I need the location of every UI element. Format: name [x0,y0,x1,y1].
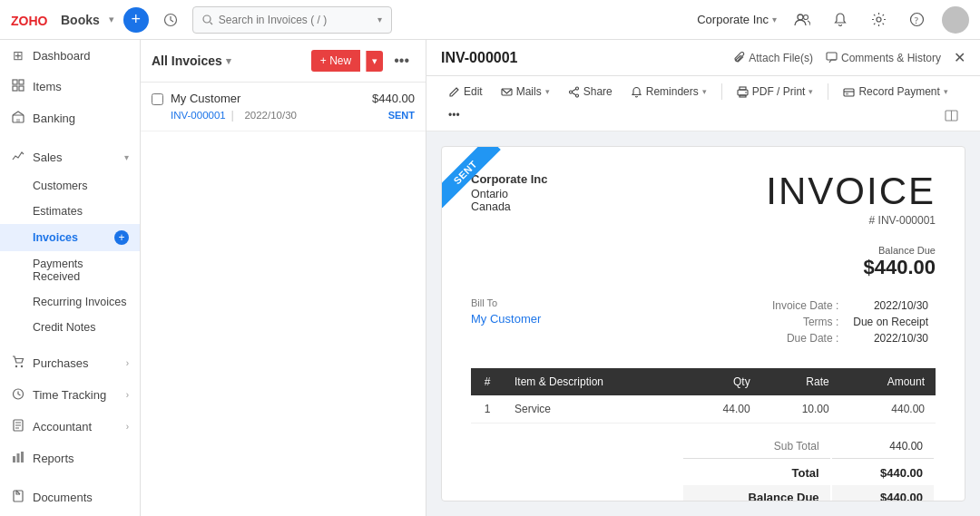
settings-button[interactable] [866,7,891,33]
total-row: Total $440.00 [683,458,934,483]
list-header-actions: + New ▾ ••• [311,49,415,73]
detail-toolbar: Edit Mails ▾ Share Reminders ▾ PDF / Pri… [426,76,980,131]
svg-rect-24 [21,452,24,462]
col-description: Item & Description [504,368,682,395]
sidebar-item-dashboard[interactable]: ⊞ Dashboard [0,40,140,71]
reminders-button[interactable]: Reminders ▾ [623,82,714,102]
invoices-add-button[interactable]: + [114,230,129,245]
sidebar: ⊞ Dashboard Items Banking Sales ▾ Custom… [0,40,141,516]
svg-rect-39 [844,89,854,96]
items-icon [11,79,25,94]
row-qty: 44.00 [682,395,761,424]
new-button[interactable]: + New [311,50,360,72]
help-button[interactable]: ? [904,7,929,33]
svg-line-34 [572,92,575,94]
comment-icon [826,52,838,63]
row-description: Service [504,395,682,424]
avatar[interactable] [942,6,969,34]
bill-to-section: Bill To My Customer [471,297,541,346]
table-row: 1 Service 44.00 10.00 440.00 [471,395,936,424]
sidebar-item-items[interactable]: Items [0,71,140,102]
sidebar-item-estimates[interactable]: Estimates [0,199,140,224]
sidebar-item-customers[interactable]: Customers [0,173,140,199]
paperclip-icon [733,52,745,63]
pdf-dropdown-icon: ▾ [808,87,813,96]
reports-icon [11,451,25,466]
sidebar-item-recurring-invoices[interactable]: Recurring Invoices [0,289,140,315]
comments-history-button[interactable]: Comments & History [826,52,941,64]
detail-header: INV-000001 Attach File(s) Comments & His… [426,40,980,76]
logo-chevron[interactable]: ▾ [109,14,114,25]
subtotal-row: Sub Total 440.00 [683,436,934,456]
main-layout: ⊞ Dashboard Items Banking Sales ▾ Custom… [0,40,980,516]
mails-dropdown-icon: ▾ [545,87,550,96]
invoice-meta: Bill To My Customer Invoice Date : 2022/… [471,297,936,346]
edit-icon [448,86,460,98]
sidebar-item-documents[interactable]: Documents [0,482,140,513]
invoice-title-area: INVOICE # INV-000001 [766,172,936,227]
sidebar-item-credit-notes[interactable]: Credit Notes [0,315,140,340]
record-payment-button[interactable]: Record Payment ▾ [836,82,955,102]
nav-right: Corporate Inc ▾ [697,6,969,34]
svg-point-38 [745,92,747,93]
search-dropdown-icon[interactable]: ▾ [377,15,382,24]
sidebar-item-reports[interactable]: Reports [0,443,140,474]
company-switcher[interactable]: Corporate Inc ▾ [697,13,777,26]
logo[interactable]: ZOHO Books [11,11,100,29]
svg-point-32 [569,91,572,93]
sidebar-item-time-tracking[interactable]: Time Tracking › [0,379,140,411]
balance-due-row: Balance Due $440.00 [683,485,934,501]
detail-header-right: Attach File(s) Comments & History ✕ [733,49,965,66]
list-title-chevron[interactable]: ▾ [226,55,231,67]
list-more-button[interactable]: ••• [388,49,415,73]
attach-files-button[interactable]: Attach File(s) [733,52,813,64]
customer-link[interactable]: My Customer [471,312,541,326]
add-new-button[interactable]: + [123,7,149,33]
sidebar-item-payments-received[interactable]: Payments Received [0,251,140,289]
sidebar-item-banking[interactable]: Banking [0,102,140,134]
list-title: All Invoices ▾ [152,54,231,68]
sidebar-item-accountant[interactable]: Accountant › [0,411,140,443]
company-address: Corporate Inc Ontario Canada [471,172,548,213]
close-detail-button[interactable]: ✕ [954,49,965,66]
svg-point-6 [877,17,881,22]
purchases-icon [11,355,25,371]
svg-rect-12 [19,86,24,91]
topnav: ZOHO Books ▾ + ▾ Corporate Inc ▾ [0,0,980,40]
list-header: All Invoices ▾ + New ▾ ••• [141,40,426,83]
mails-button[interactable]: Mails ▾ [494,82,557,102]
share-button[interactable]: Share [561,82,620,102]
notifications-button[interactable] [828,7,853,33]
pdf-print-button[interactable]: PDF / Print ▾ [730,82,821,102]
invoice-number: # INV-000001 [766,214,936,227]
sales-arrow-icon: ▾ [124,152,129,162]
invoice-balance-header: Balance Due $440.00 [471,245,936,279]
toolbar-divider [721,83,722,100]
sidebar-item-invoices[interactable]: Invoices + [0,224,140,251]
invoice-body: Corporate Inc Ontario Canada INVOICE # I… [442,147,965,501]
svg-point-30 [575,87,578,90]
zoho-logo-icon: ZOHO [11,11,58,29]
svg-rect-9 [13,80,17,84]
svg-rect-28 [827,53,837,60]
col-rate: Rate [761,368,840,395]
edit-button[interactable]: Edit [441,82,490,102]
svg-rect-37 [740,95,746,97]
history-button[interactable] [158,7,183,33]
sidebar-item-sales[interactable]: Sales ▾ [0,141,140,173]
more-options-button[interactable]: ••• [441,105,467,125]
list-item-checkbox[interactable] [152,93,163,105]
detail-invoice-id: INV-000001 [441,50,518,66]
dashboard-icon: ⊞ [11,48,25,63]
svg-line-33 [572,89,575,91]
users-button[interactable] [789,7,815,33]
new-button-dropdown[interactable]: ▾ [366,51,383,72]
sidebar-item-purchases[interactable]: Purchases › [0,347,140,379]
svg-point-31 [575,94,578,97]
purchases-arrow-icon: › [126,358,129,368]
search-input[interactable] [219,14,372,26]
time-tracking-arrow-icon: › [126,390,129,400]
list-item[interactable]: My Customer $440.00 INV-000001 | 2022/10… [141,83,426,131]
split-view-button[interactable] [937,106,965,125]
svg-rect-11 [13,86,17,91]
